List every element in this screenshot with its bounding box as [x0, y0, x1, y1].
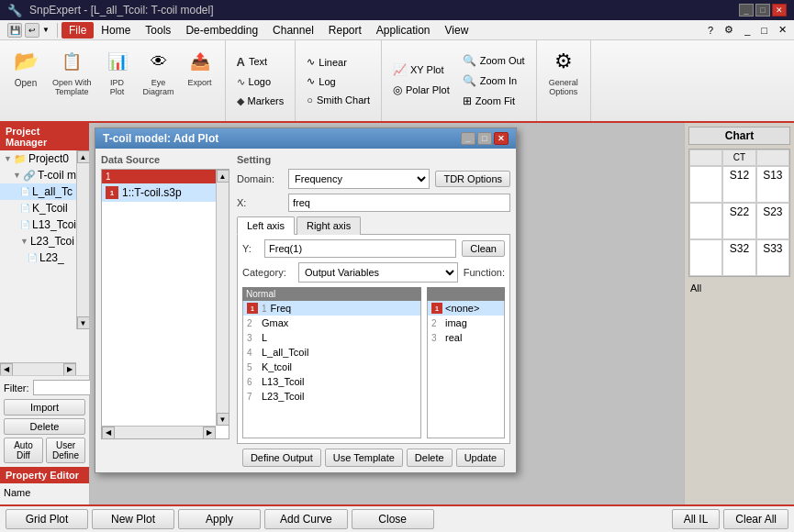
grid-cell-s33[interactable]: S33: [756, 239, 789, 276]
logo-button[interactable]: ∿ Logo: [231, 73, 290, 91]
chart-title: Chart: [688, 127, 790, 145]
ipd-plot-button[interactable]: 📊 IPDPlot: [98, 44, 137, 99]
qa-save[interactable]: 💾: [7, 23, 22, 38]
category-select[interactable]: Output Variables S-Parameters Y-Paramete…: [298, 262, 458, 283]
var-item-0[interactable]: 1 1 Freq: [243, 301, 420, 316]
close-dialog-button[interactable]: Close: [352, 509, 434, 529]
open-with-template-button[interactable]: 📋 Open WithTemplate: [48, 44, 96, 99]
var-item-1[interactable]: 2 Gmax: [243, 316, 420, 330]
zoom-fit-button[interactable]: ⊞ Zoom Fit: [457, 92, 531, 110]
scroll-up-btn[interactable]: ▲: [77, 150, 90, 163]
ds-scroll-up[interactable]: ▲: [217, 170, 229, 183]
apply-button[interactable]: Apply: [178, 509, 261, 529]
var-item-2[interactable]: 3 L: [243, 330, 420, 345]
var-item-6[interactable]: 7 L23_Tcoil: [243, 389, 420, 404]
grid-cell-s22[interactable]: S22: [722, 203, 755, 239]
zoom-out-button[interactable]: 🔍 Zoom Out: [457, 51, 531, 70]
qa-undo[interactable]: ↩: [25, 23, 39, 38]
dialog-minimize-btn[interactable]: _: [461, 132, 475, 145]
ribbon-group-text: A Text ∿ Logo ◆ Markers: [226, 40, 296, 121]
menu-tools[interactable]: Tools: [138, 22, 178, 39]
menu-home[interactable]: Home: [94, 22, 138, 39]
category-label: Category:: [242, 267, 293, 278]
export-button[interactable]: 📤 Export: [181, 44, 219, 90]
delete-button[interactable]: Delete: [4, 418, 85, 435]
minimize-app-btn[interactable]: _: [739, 23, 755, 38]
domain-select[interactable]: Frequency Time: [288, 169, 430, 189]
function-label: Function:: [464, 267, 505, 278]
settings-btn[interactable]: ⚙: [719, 22, 739, 38]
general-options-button[interactable]: ⚙ GeneralOptions: [542, 44, 585, 99]
help-btn[interactable]: ?: [702, 23, 719, 38]
menu-channel[interactable]: Channel: [265, 22, 321, 39]
minimize-btn[interactable]: _: [739, 4, 754, 17]
grid-cell-s12[interactable]: S12: [722, 166, 755, 203]
qa-dropdown[interactable]: ▼: [42, 23, 51, 38]
tdr-options-button[interactable]: TDR Options: [435, 171, 510, 187]
project-tree: ▼ 📁 Project0 ▼ 🔗 T-coil m 📄 L_all_Tc 📄 K…: [0, 150, 89, 375]
close-btn[interactable]: ✕: [772, 4, 787, 17]
clean-button[interactable]: Clean: [462, 240, 505, 257]
data-source-item-0[interactable]: 1 1::T-coil.s3p: [102, 183, 229, 202]
ds-scroll-left[interactable]: ◀: [102, 427, 115, 439]
all-il-button[interactable]: All IL: [672, 509, 721, 529]
scroll-left-btn[interactable]: ◀: [0, 363, 13, 376]
menu-file[interactable]: File: [62, 22, 94, 39]
menu-deembedding[interactable]: De-embedding: [178, 22, 265, 39]
clear-all-button[interactable]: Clear All: [723, 509, 788, 529]
import-button[interactable]: Import: [4, 399, 85, 416]
grid-cell-empty2: [689, 166, 722, 203]
variable-list: 1 1 Freq 2 Gmax 3: [242, 301, 421, 438]
menu-application[interactable]: Application: [369, 22, 438, 39]
markers-button[interactable]: ◆ Markers: [231, 93, 290, 110]
menu-view[interactable]: View: [438, 22, 476, 39]
restore-btn[interactable]: □: [755, 4, 770, 17]
auto-diff-button[interactable]: Auto Diff: [4, 438, 43, 463]
zoom-in-button[interactable]: 🔍 Zoom In: [457, 72, 531, 90]
var-item-4[interactable]: 5 K_tcoil: [243, 360, 420, 374]
domain-label: Domain:: [237, 173, 283, 184]
grid-cell-empty4: [689, 239, 722, 276]
dialog-close-btn[interactable]: ✕: [494, 132, 509, 145]
user-define-button[interactable]: User Define: [46, 438, 85, 463]
menu-report[interactable]: Report: [321, 22, 369, 39]
update-button[interactable]: Update: [456, 449, 505, 467]
grid-cell-empty: [756, 150, 789, 166]
dialog-delete-button[interactable]: Delete: [407, 449, 453, 467]
xy-plot-button[interactable]: 📈 XY Plot: [387, 61, 455, 79]
scroll-right-btn[interactable]: ▶: [63, 363, 76, 376]
func-item-2[interactable]: 3 real: [428, 330, 504, 345]
ds-scroll-right[interactable]: ▶: [203, 427, 216, 439]
grid-header-ct: CT: [722, 150, 755, 166]
log-button[interactable]: ∿ Log: [301, 72, 375, 90]
text-button[interactable]: A Text: [231, 52, 290, 72]
x-input[interactable]: [288, 194, 510, 212]
add-curve-button[interactable]: Add Curve: [264, 509, 348, 529]
polar-plot-button[interactable]: ◎ Polar Plot: [387, 81, 455, 99]
grid-cell-s13[interactable]: S13: [756, 166, 789, 203]
left-axis-tab[interactable]: Left axis: [237, 216, 295, 235]
eye-diagram-button[interactable]: 👁 EyeDiagram: [139, 44, 179, 99]
use-template-button[interactable]: Use Template: [325, 449, 403, 467]
y-input[interactable]: [264, 239, 456, 258]
close-app-btn[interactable]: ✕: [773, 22, 792, 38]
right-axis-tab[interactable]: Right axis: [296, 216, 361, 235]
grid-cell-s32[interactable]: S32: [722, 239, 755, 276]
smith-chart-button[interactable]: ○ Smith Chart: [301, 92, 375, 108]
grid-cell-s23[interactable]: S23: [756, 203, 789, 239]
var-item-3[interactable]: 4 L_all_Tcoil: [243, 345, 420, 360]
func-item-0[interactable]: 1 <none>: [428, 301, 504, 316]
define-output-button[interactable]: Define Output: [242, 449, 321, 467]
func-item-1[interactable]: 2 imag: [428, 316, 504, 330]
title-bar: 🔧 SnpExpert - [L_all_Tcoil: T-coil model…: [0, 0, 794, 20]
var-item-5[interactable]: 6 L13_Tcoil: [243, 374, 420, 389]
restore-app-btn[interactable]: □: [755, 23, 773, 38]
new-plot-button[interactable]: New Plot: [92, 509, 174, 529]
open-button[interactable]: 📂 Open: [6, 44, 46, 91]
var-num-0: 1: [262, 304, 267, 314]
grid-plot-button[interactable]: Grid Plot: [6, 509, 88, 529]
linear-button[interactable]: ∿ Linear: [301, 53, 375, 71]
ds-scroll-down[interactable]: ▼: [217, 413, 229, 426]
scroll-down-btn[interactable]: ▼: [77, 316, 90, 329]
dialog-restore-btn[interactable]: □: [477, 132, 492, 145]
